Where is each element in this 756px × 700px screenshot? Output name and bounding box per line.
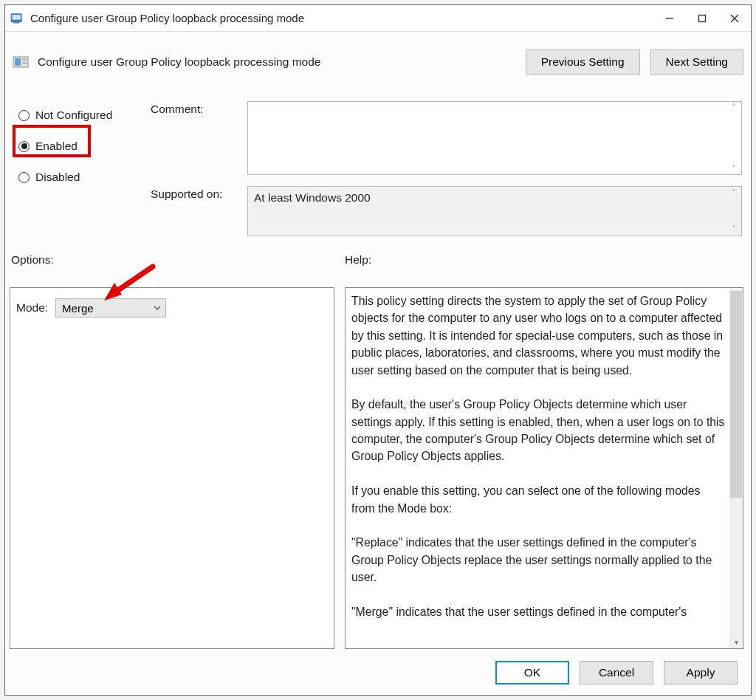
comment-textarea[interactable] <box>247 101 742 175</box>
maximize-button[interactable] <box>686 5 718 32</box>
svg-rect-2 <box>13 22 19 24</box>
mode-label: Mode: <box>16 301 48 315</box>
scroll-down-icon[interactable]: ˅ <box>732 224 742 234</box>
supported-on-label: Supported on: <box>151 188 222 201</box>
minimize-button[interactable] <box>653 5 686 32</box>
help-text: This policy setting directs the system t… <box>351 292 726 648</box>
help-scrollbar[interactable]: ▴ ▾ <box>729 288 743 648</box>
window-frame: Configure user Group Policy loopback pro… <box>4 4 752 696</box>
supported-on-value: At least Windows 2000 <box>254 191 371 204</box>
ok-button[interactable]: OK <box>495 661 569 684</box>
window-title: Configure user Group Policy loopback pro… <box>30 12 304 24</box>
svg-rect-9 <box>22 58 27 61</box>
scroll-thumb[interactable] <box>730 291 742 498</box>
apply-button[interactable]: Apply <box>664 661 738 684</box>
radio-not-configured[interactable]: Not Configured <box>17 100 142 131</box>
help-section-label: Help: <box>345 253 371 267</box>
options-section-label: Options: <box>11 253 54 267</box>
svg-rect-8 <box>15 58 21 66</box>
app-icon <box>10 11 24 26</box>
comment-label: Comment: <box>151 103 204 116</box>
state-radio-group: Not Configured Enabled Disabled <box>17 100 142 193</box>
scroll-up-icon[interactable]: ˄ <box>732 188 742 198</box>
radio-label: Disabled <box>35 171 80 184</box>
mode-row: Mode: Merge <box>16 298 166 318</box>
scroll-up-icon[interactable]: ˄ <box>732 103 742 112</box>
radio-disabled[interactable]: Disabled <box>17 162 142 193</box>
radio-circle-icon <box>18 110 30 121</box>
supported-on-box: At least Windows 2000 <box>247 186 742 236</box>
radio-enabled[interactable]: Enabled <box>17 131 142 162</box>
dialog-button-row: OK Cancel Apply <box>495 661 738 684</box>
next-setting-button[interactable]: Next Setting <box>650 49 743 75</box>
scroll-down-icon[interactable]: ▾ <box>729 635 743 648</box>
svg-rect-4 <box>699 15 706 21</box>
radio-label: Enabled <box>35 140 78 153</box>
policy-icon <box>13 55 30 69</box>
titlebar: Configure user Group Policy loopback pro… <box>5 5 751 32</box>
close-button[interactable] <box>718 5 751 32</box>
help-panel: This policy setting directs the system t… <box>345 287 743 649</box>
radio-label: Not Configured <box>35 109 112 122</box>
previous-setting-button[interactable]: Previous Setting <box>526 49 640 75</box>
policy-title: Configure user Group Policy loopback pro… <box>38 55 320 69</box>
svg-rect-10 <box>22 62 27 64</box>
scroll-down-icon[interactable]: ˅ <box>732 164 742 174</box>
svg-rect-1 <box>12 15 21 20</box>
radio-circle-icon <box>18 172 30 183</box>
options-panel: Mode: Merge <box>10 287 334 649</box>
client-area: Configure user Group Policy loopback pro… <box>5 32 751 695</box>
radio-circle-icon <box>18 141 30 152</box>
mode-select[interactable]: Merge <box>55 298 166 318</box>
cancel-button[interactable]: Cancel <box>580 661 653 684</box>
policy-header: Configure user Group Policy loopback pro… <box>13 49 743 75</box>
